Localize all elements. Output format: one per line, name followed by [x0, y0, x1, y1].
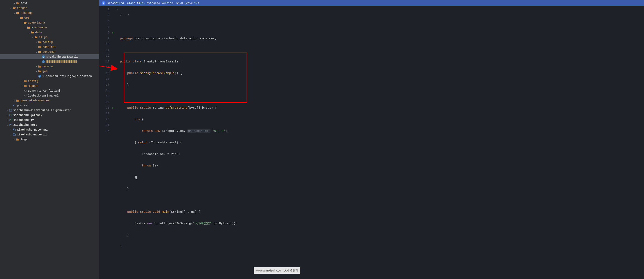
folder-open-icon: [16, 11, 20, 15]
module-icon: [12, 128, 16, 131]
chevron-icon[interactable]: ›: [35, 46, 38, 48]
chevron-icon[interactable]: ›: [20, 80, 24, 82]
tree-item-label: SneakyThrowsExample: [46, 55, 78, 58]
run-gutter-icon[interactable]: ▶: [112, 107, 114, 109]
folder-icon: [24, 84, 27, 88]
chevron-icon[interactable]: ›: [35, 66, 38, 68]
folder-open-icon: [38, 50, 41, 54]
xml-icon: </>: [24, 89, 27, 93]
tree-item-SneakyThrowsExample[interactable]: CSneakyThrowsExample: [0, 54, 99, 59]
tree-item-pom.xml[interactable]: mpom.xml: [0, 103, 99, 108]
folder-icon: [16, 138, 20, 141]
tree-item-label: xiaohashu: [32, 26, 47, 29]
chevron-icon[interactable]: ⌄: [24, 26, 27, 29]
svg-rect-17: [13, 129, 16, 131]
tree-item-label: align: [39, 36, 48, 39]
svg-rect-14: [10, 119, 10, 120]
chevron-icon[interactable]: ›: [20, 85, 24, 87]
tree-item-config[interactable]: ›config: [0, 40, 99, 45]
svg-text:m: m: [13, 104, 14, 107]
tree-item-label: xiaohashu-distributed-id-generator: [13, 109, 71, 112]
project-tree-sidebar[interactable]: ›test⌄target⌄classes⌄com⌄quanxiaoha⌄xiao…: [0, 0, 99, 279]
line-number-gutter: 15678910111213141516171819202122232425: [99, 7, 112, 279]
run-gutter-icon[interactable]: ▶: [112, 32, 114, 34]
module-icon: [9, 123, 12, 127]
tree-item-xiaohashu-note[interactable]: ⌄xiaohashu-note: [0, 122, 99, 127]
chevron-icon[interactable]: ⌄: [13, 12, 16, 14]
folder-open-icon: [27, 26, 30, 29]
chevron-icon[interactable]: ⌄: [31, 36, 34, 39]
class-icon: C: [38, 75, 41, 78]
code-area[interactable]: 15678910111213141516171819202122232425 ▶…: [99, 6, 644, 279]
tree-item-consumer[interactable]: ⌄consumer: [0, 50, 99, 54]
svg-text:C: C: [43, 56, 44, 58]
svg-rect-9: [9, 109, 12, 111]
code-lines[interactable]: /.../ package com.quanxiaoha.xiaohashu.d…: [120, 7, 237, 279]
tree-item-blurred[interactable]: C: [0, 59, 99, 64]
chevron-icon[interactable]: ›: [13, 100, 16, 102]
tree-item-label: logs: [21, 138, 28, 141]
run-gutter[interactable]: ▶ ▶: [112, 7, 116, 279]
tree-item-com[interactable]: ⌄com: [0, 16, 99, 20]
class-icon: C: [42, 60, 45, 63]
tree-item-xiaohashu-note-api[interactable]: ›xiaohashu-note-api: [0, 127, 99, 132]
chevron-icon[interactable]: ›: [6, 109, 9, 112]
module-icon: [12, 133, 16, 136]
folder-icon: [38, 65, 41, 68]
chevron-icon[interactable]: ⌄: [20, 22, 24, 24]
chevron-icon[interactable]: ⌄: [6, 124, 9, 126]
chevron-icon[interactable]: ›: [9, 129, 12, 131]
tree-item-job[interactable]: ›job: [0, 69, 99, 74]
tree-item-XiaohashuDataAlignApplication[interactable]: CXiaohashuDataAlignApplication: [0, 74, 99, 79]
tree-item-label: xiaohashu-gateway: [13, 114, 42, 117]
chevron-icon[interactable]: ⌄: [28, 31, 31, 34]
tree-item-label: com: [24, 16, 29, 20]
svg-text:C: C: [43, 61, 44, 63]
chevron-icon[interactable]: ⌄: [16, 17, 20, 19]
folder-icon: [16, 2, 20, 5]
tree-item-test[interactable]: ›test: [0, 1, 99, 6]
tree-item-xiaohashu[interactable]: ⌄xiaohashu: [0, 25, 99, 30]
tree-item-label: [46, 60, 76, 63]
tree-item-data[interactable]: ⌄data: [0, 30, 99, 35]
tree-item-config[interactable]: ›config: [0, 79, 99, 84]
tree-item-label: job: [42, 70, 48, 73]
tree-item-label: classes: [21, 11, 32, 15]
svg-rect-10: [10, 110, 10, 110]
tree-item-logback-spring.xml[interactable]: </>logback-spring.xml: [0, 93, 99, 98]
chevron-icon[interactable]: ⌄: [9, 7, 12, 9]
chevron-icon[interactable]: ›: [35, 70, 38, 73]
tree-item-label: xiaohashu-kv: [13, 118, 34, 122]
tree-item-constant[interactable]: ›constant: [0, 45, 99, 50]
chevron-icon[interactable]: ›: [13, 2, 16, 5]
tree-item-generatorConfig.xml[interactable]: </>generatorConfig.xml: [0, 88, 99, 93]
chevron-icon[interactable]: ⌄: [9, 133, 12, 136]
tree-item-label: quanxiaoha: [28, 21, 45, 24]
folder-open-icon: [31, 31, 34, 34]
chevron-icon[interactable]: ›: [6, 114, 9, 116]
fold-gutter[interactable]: >: [116, 7, 120, 279]
tree-item-generated-sources[interactable]: ›generated-sources: [0, 98, 99, 103]
folder-icon: [38, 41, 41, 44]
tree-item-mapper[interactable]: ›mapper: [0, 84, 99, 88]
tree-item-align[interactable]: ⌄align: [0, 35, 99, 40]
tree-item-xiaohashu-note-biz[interactable]: ⌄xiaohashu-note-biz: [0, 132, 99, 137]
chevron-icon[interactable]: ›: [35, 41, 38, 43]
tree-item-xiaohashu-distributed-id-generator[interactable]: ›xiaohashu-distributed-id-generator: [0, 108, 99, 113]
banner-text: Decompiled .class file, bytecode version…: [107, 2, 199, 5]
folded-region[interactable]: /.../: [120, 14, 129, 17]
tree-item-quanxiaoha[interactable]: ⌄quanxiaoha: [0, 20, 99, 25]
tree-item-classes[interactable]: ⌄classes: [0, 11, 99, 16]
watermark: www.quanxiaoha.com 犬小哈教程: [254, 267, 300, 274]
chevron-icon[interactable]: ›: [13, 138, 16, 141]
tree-item-xiaohashu-kv[interactable]: ›xiaohashu-kv: [0, 118, 99, 122]
tree-item-label: consumer: [42, 50, 56, 54]
svg-rect-19: [13, 134, 16, 136]
chevron-icon[interactable]: ›: [6, 119, 9, 121]
chevron-icon[interactable]: ⌄: [35, 51, 38, 53]
tree-item-xiaohashu-gateway[interactable]: ›xiaohashu-gateway: [0, 113, 99, 118]
tree-item-logs[interactable]: ›logs: [0, 137, 99, 142]
tree-item-target[interactable]: ⌄target: [0, 6, 99, 11]
tree-item-domain[interactable]: ›domain: [0, 64, 99, 69]
svg-text:</>: </>: [24, 95, 27, 97]
